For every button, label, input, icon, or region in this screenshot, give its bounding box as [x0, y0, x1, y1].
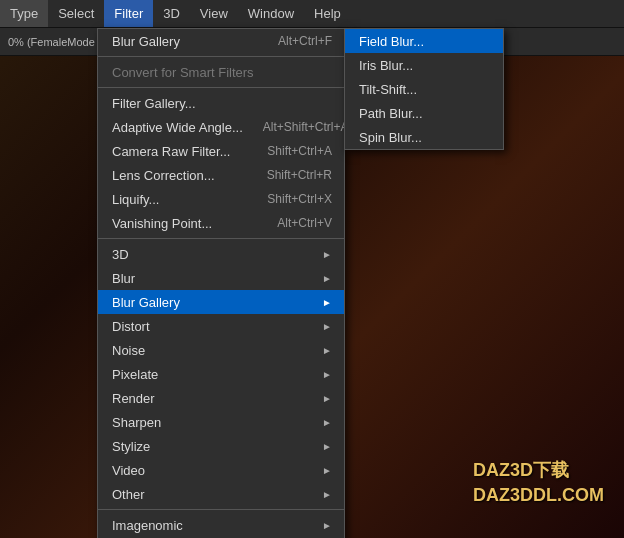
filter-blur-label: Blur	[112, 271, 316, 286]
filter-adaptive-wide-shortcut: Alt+Shift+Ctrl+A	[263, 120, 349, 134]
filter-lens-correction-label: Lens Correction...	[112, 168, 247, 183]
filter-convert-smart-label: Convert for Smart Filters	[112, 65, 332, 80]
filter-stylize[interactable]: Stylize ►	[98, 434, 344, 458]
filter-vanishing-point[interactable]: Vanishing Point... Alt+Ctrl+V	[98, 211, 344, 235]
filter-imagenomic-arrow: ►	[322, 520, 332, 531]
filter-sharpen[interactable]: Sharpen ►	[98, 410, 344, 434]
watermark: DAZ3D下载 DAZ3DDL.COM	[473, 458, 604, 508]
filter-camera-raw-label: Camera Raw Filter...	[112, 144, 247, 159]
filter-stylize-arrow: ►	[322, 441, 332, 452]
filter-gallery[interactable]: Filter Gallery...	[98, 91, 344, 115]
filter-3d[interactable]: 3D ►	[98, 242, 344, 266]
filter-pixelate[interactable]: Pixelate ►	[98, 362, 344, 386]
filter-blur-gallery-top-shortcut: Alt+Ctrl+F	[278, 34, 332, 48]
filter-3d-label: 3D	[112, 247, 316, 262]
submenu-field-blur-label: Field Blur...	[359, 34, 491, 49]
filter-sharpen-arrow: ►	[322, 417, 332, 428]
filter-camera-raw[interactable]: Camera Raw Filter... Shift+Ctrl+A	[98, 139, 344, 163]
filter-lens-correction[interactable]: Lens Correction... Shift+Ctrl+R	[98, 163, 344, 187]
separator-3	[98, 238, 344, 239]
filter-camera-raw-shortcut: Shift+Ctrl+A	[267, 144, 332, 158]
submenu-tilt-shift-label: Tilt-Shift...	[359, 82, 491, 97]
filter-distort-arrow: ►	[322, 321, 332, 332]
menu-type[interactable]: Type	[0, 0, 48, 27]
filter-video[interactable]: Video ►	[98, 458, 344, 482]
submenu-field-blur[interactable]: Field Blur...	[345, 29, 503, 53]
filter-3d-arrow: ►	[322, 249, 332, 260]
submenu-iris-blur-label: Iris Blur...	[359, 58, 491, 73]
filter-blur-gallery-label: Blur Gallery	[112, 295, 316, 310]
filter-dropdown-menu: Blur Gallery Alt+Ctrl+F Convert for Smar…	[97, 28, 345, 538]
menu-filter[interactable]: Filter	[104, 0, 153, 27]
filter-other-arrow: ►	[322, 489, 332, 500]
filter-adaptive-wide-label: Adaptive Wide Angle...	[112, 120, 243, 135]
filter-blur-arrow: ►	[322, 273, 332, 284]
submenu-spin-blur-label: Spin Blur...	[359, 130, 491, 145]
filter-liquify[interactable]: Liquify... Shift+Ctrl+X	[98, 187, 344, 211]
filter-lens-correction-shortcut: Shift+Ctrl+R	[267, 168, 332, 182]
filter-blur-gallery-top-label: Blur Gallery	[112, 34, 258, 49]
filter-sharpen-label: Sharpen	[112, 415, 316, 430]
menu-help[interactable]: Help	[304, 0, 351, 27]
submenu-path-blur-label: Path Blur...	[359, 106, 491, 121]
zoom-label: 0% (FemaleMode	[8, 36, 95, 48]
filter-vanishing-point-shortcut: Alt+Ctrl+V	[277, 216, 332, 230]
filter-other-label: Other	[112, 487, 316, 502]
menu-3d[interactable]: 3D	[153, 0, 190, 27]
submenu-path-blur[interactable]: Path Blur...	[345, 101, 503, 125]
filter-liquify-label: Liquify...	[112, 192, 247, 207]
filter-video-label: Video	[112, 463, 316, 478]
submenu-iris-blur[interactable]: Iris Blur...	[345, 53, 503, 77]
filter-distort[interactable]: Distort ►	[98, 314, 344, 338]
separator-4	[98, 509, 344, 510]
filter-pixelate-label: Pixelate	[112, 367, 316, 382]
filter-render-label: Render	[112, 391, 316, 406]
menu-window[interactable]: Window	[238, 0, 304, 27]
submenu-tilt-shift[interactable]: Tilt-Shift...	[345, 77, 503, 101]
filter-pixelate-arrow: ►	[322, 369, 332, 380]
filter-noise-arrow: ►	[322, 345, 332, 356]
filter-noise-label: Noise	[112, 343, 316, 358]
filter-convert-smart[interactable]: Convert for Smart Filters	[98, 60, 344, 84]
filter-blur-gallery-top[interactable]: Blur Gallery Alt+Ctrl+F	[98, 29, 344, 53]
filter-noise[interactable]: Noise ►	[98, 338, 344, 362]
filter-render[interactable]: Render ►	[98, 386, 344, 410]
filter-liquify-shortcut: Shift+Ctrl+X	[267, 192, 332, 206]
separator-2	[98, 87, 344, 88]
filter-imagenomic-label: Imagenomic	[112, 518, 316, 533]
filter-blur-gallery-arrow: ►	[322, 297, 332, 308]
filter-render-arrow: ►	[322, 393, 332, 404]
filter-video-arrow: ►	[322, 465, 332, 476]
menu-select[interactable]: Select	[48, 0, 104, 27]
filter-distort-label: Distort	[112, 319, 316, 334]
filter-imagenomic[interactable]: Imagenomic ►	[98, 513, 344, 537]
separator-1	[98, 56, 344, 57]
filter-stylize-label: Stylize	[112, 439, 316, 454]
menu-view[interactable]: View	[190, 0, 238, 27]
submenu-spin-blur[interactable]: Spin Blur...	[345, 125, 503, 149]
filter-other[interactable]: Other ►	[98, 482, 344, 506]
filter-vanishing-point-label: Vanishing Point...	[112, 216, 257, 231]
filter-gallery-label: Filter Gallery...	[112, 96, 332, 111]
filter-blur-gallery[interactable]: Blur Gallery ►	[98, 290, 344, 314]
filter-blur[interactable]: Blur ►	[98, 266, 344, 290]
blur-gallery-submenu: Field Blur... Iris Blur... Tilt-Shift...…	[344, 28, 504, 150]
filter-adaptive-wide[interactable]: Adaptive Wide Angle... Alt+Shift+Ctrl+A	[98, 115, 344, 139]
menubar: Type Select Filter 3D View Window Help	[0, 0, 624, 28]
